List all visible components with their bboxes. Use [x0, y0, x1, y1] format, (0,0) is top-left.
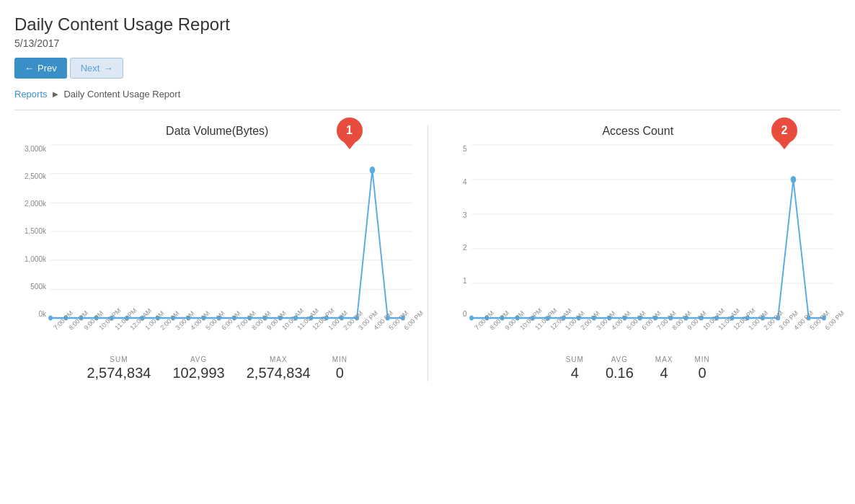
x-label: 6:00 AM — [220, 318, 233, 331]
svg-point-28 — [370, 167, 376, 174]
x-label: 8:00 PM — [488, 318, 501, 331]
x-label: 7:00 PM — [52, 318, 65, 331]
stat-min-label: MIN — [332, 355, 347, 363]
x-label: 9:00 PM — [503, 318, 516, 331]
y-label: 0k — [38, 310, 46, 318]
tooltip-bubble-2: 2 — [771, 118, 797, 143]
x-label: 12:00 AM — [128, 318, 141, 331]
tooltip-number-2: 2 — [781, 124, 788, 137]
x-label: 6:00 AM — [640, 318, 653, 331]
stat-max-value: 4 — [660, 365, 668, 381]
stat-max: MAX 2,574,834 — [247, 355, 311, 381]
stat-max-label: MAX — [270, 355, 288, 363]
x-label: 5:00 PM — [808, 318, 821, 331]
arrow-right-icon: → — [103, 63, 112, 74]
x-label: 2:00 AM — [159, 318, 172, 331]
x-label: 3:00 PM — [357, 318, 370, 331]
x-label: 6:00 PM — [823, 318, 836, 331]
x-label: 7:00 PM — [473, 318, 486, 331]
x-label: 1:00 PM — [327, 318, 340, 331]
x-label: 5:00 AM — [205, 318, 218, 331]
x-label: 11:00 PM — [533, 318, 546, 331]
page-title: Daily Content Usage Report — [14, 14, 841, 35]
stat-avg-label: AVG — [190, 355, 207, 363]
stat-sum: SUM 2,574,834 — [87, 355, 151, 381]
y-label: 1 — [463, 277, 467, 285]
stat-avg-label: AVG — [611, 355, 628, 363]
chart2-stats: SUM 4 AVG 0.16 MAX 4 MIN 0 — [443, 355, 834, 381]
stat-sum-value: 4 — [571, 365, 579, 381]
y-label: 4 — [463, 178, 467, 186]
x-label: 2:00 PM — [763, 318, 776, 331]
x-label: 10:00 PM — [518, 318, 531, 331]
stat-min: MIN 0 — [332, 355, 347, 381]
breadcrumb-current: Daily Content Usage Report — [63, 89, 180, 100]
y-label: 500k — [30, 283, 46, 291]
stat-min-label: MIN — [695, 355, 710, 363]
stat-max: MAX 4 — [655, 355, 673, 381]
y-label: 5 — [463, 145, 467, 153]
x-label: 11:00 AM — [296, 318, 309, 331]
y-label: 1,000k — [25, 255, 46, 263]
y-label: 3 — [463, 211, 467, 219]
chart1-stats: SUM 2,574,834 AVG 102,993 MAX 2,574,834 … — [22, 355, 413, 381]
page-date: 5/13/2017 — [14, 37, 841, 49]
next-button[interactable]: Next → — [70, 58, 124, 79]
x-label: 7:00 AM — [235, 318, 248, 331]
x-label: 10:00 AM — [280, 318, 293, 331]
stat-sum: SUM 4 — [566, 355, 584, 381]
y-label: 3,000k — [25, 145, 46, 153]
next-label: Next — [81, 63, 100, 74]
x-label: 4:00 PM — [793, 318, 806, 331]
x-label: 9:00 AM — [686, 318, 699, 331]
prev-label: Prev — [37, 63, 57, 74]
chart-access-count: 2 Access Count 5 4 3 2 1 0 — [435, 125, 841, 381]
x-label: 9:00 PM — [83, 318, 96, 331]
x-label: 12:00 PM — [311, 318, 324, 331]
stat-sum-label: SUM — [566, 355, 584, 363]
y-label: 2,000k — [25, 200, 46, 208]
x-label: 10:00 PM — [98, 318, 111, 331]
x-label: 4:00 AM — [190, 318, 203, 331]
breadcrumb-separator: ► — [51, 89, 61, 100]
chart2-svg — [471, 145, 834, 318]
prev-button[interactable]: ← Prev — [14, 58, 67, 79]
x-label: 1:00 AM — [564, 318, 577, 331]
x-label: 10:00 AM — [701, 318, 714, 331]
x-label: 5:00 AM — [625, 318, 638, 331]
chart1-inner — [50, 145, 413, 318]
x-label: 2:00 AM — [580, 318, 593, 331]
stat-min: MIN 0 — [695, 355, 710, 381]
x-label: 1:00 PM — [747, 318, 760, 331]
stat-avg-value: 102,993 — [172, 365, 224, 381]
x-label: 3:00 AM — [595, 318, 608, 331]
breadcrumb-root[interactable]: Reports — [14, 89, 48, 100]
x-label: 11:00 AM — [717, 318, 730, 331]
x-label: 4:00 AM — [610, 318, 623, 331]
chart1-svg — [50, 145, 413, 318]
x-label: 6:00 PM — [403, 318, 416, 331]
x-label: 2:00 PM — [342, 318, 355, 331]
x-label: 4:00 PM — [372, 318, 385, 331]
x-label: 7:00 AM — [656, 318, 669, 331]
stat-min-value: 0 — [336, 365, 344, 381]
x-label: 8:00 AM — [250, 318, 263, 331]
stat-max-value: 2,574,834 — [247, 365, 311, 381]
chart1-y-axis: 3,000k 2,500k 2,000k 1,500k 1,000k 500k … — [22, 145, 49, 318]
x-label: 5:00 PM — [387, 318, 400, 331]
tooltip-number-1: 1 — [346, 124, 353, 137]
charts-container: 1 Data Volume(Bytes) 3,000k 2,500k 2,000… — [14, 125, 841, 381]
arrow-left-icon: ← — [25, 63, 34, 74]
chart2-inner — [471, 145, 834, 318]
chart1-area: 3,000k 2,500k 2,000k 1,500k 1,000k 500k … — [22, 145, 413, 347]
chart2-y-axis: 5 4 3 2 1 0 — [443, 145, 470, 318]
nav-buttons: ← Prev Next → — [14, 58, 841, 79]
stat-avg: AVG 0.16 — [606, 355, 634, 381]
charts-vertical-divider — [428, 125, 428, 381]
x-label: 3:00 PM — [778, 318, 791, 331]
x-label: 9:00 AM — [265, 318, 278, 331]
x-label: 12:00 AM — [549, 318, 562, 331]
y-label: 2,500k — [25, 172, 46, 180]
stat-sum-value: 2,574,834 — [87, 365, 151, 381]
stat-avg: AVG 102,993 — [172, 355, 224, 381]
